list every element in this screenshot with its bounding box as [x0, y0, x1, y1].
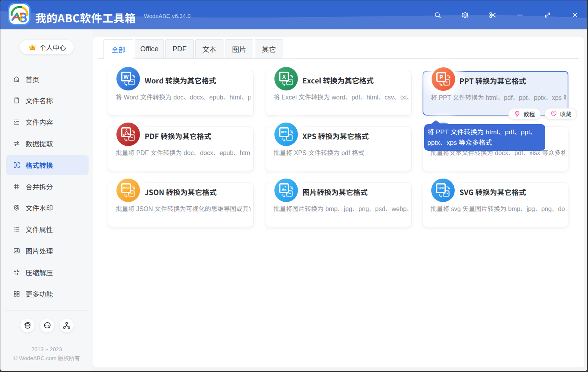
svg-text:P: P — [439, 74, 443, 80]
svg-text:SVG: SVG — [437, 186, 444, 190]
svg-text:W: W — [123, 73, 129, 79]
svg-text:JSON: JSON — [123, 187, 130, 190]
svg-text:X: X — [282, 73, 286, 79]
svg-text:XPS: XPS — [281, 130, 287, 134]
